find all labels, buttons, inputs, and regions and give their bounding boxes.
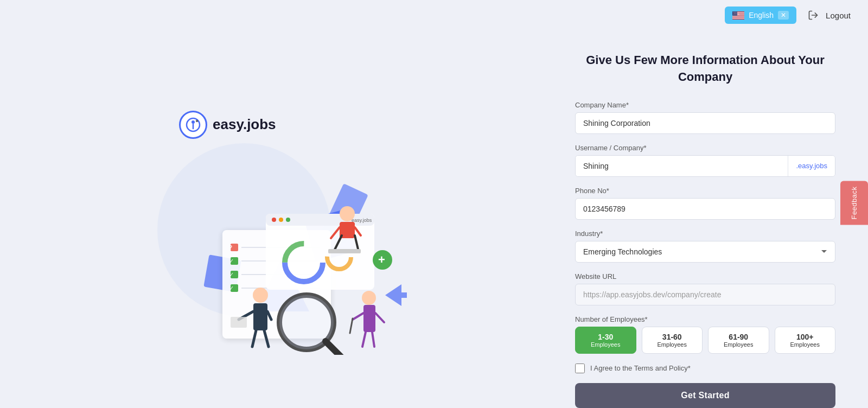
emp-label-3: Employees — [712, 341, 765, 348]
employees-100plus-button[interactable]: 100+ Employees — [775, 327, 836, 354]
username-suffix: .easy.jobs — [788, 156, 835, 176]
svg-line-61 — [350, 318, 353, 333]
flag-icon: ★★★★★★ ★★★★★ ★★★★★★ — [732, 11, 744, 20]
logo-icon — [179, 111, 207, 139]
terms-checkbox[interactable] — [575, 364, 585, 373]
main-layout: easy.jobs — [0, 30, 868, 408]
emp-range-3: 61-90 — [712, 333, 765, 341]
username-group: Username / Company* .easy.jobs — [575, 144, 835, 177]
illustration-side: easy.jobs — [0, 30, 542, 408]
svg-line-63 — [362, 332, 366, 347]
get-started-button[interactable]: Get Started — [575, 383, 835, 408]
illustration-container: easy.jobs — [136, 105, 407, 355]
emp-label-2: Employees — [646, 341, 699, 348]
phone-input[interactable] — [575, 198, 835, 220]
company-name-group: Company Name* — [575, 101, 835, 134]
svg-rect-4 — [732, 16, 744, 16]
svg-point-58 — [362, 291, 376, 305]
terms-text: I Agree to the Terms and Policy* — [590, 364, 691, 372]
emp-range-1: 1-30 — [579, 333, 633, 341]
emp-label-1: Employees — [579, 341, 633, 348]
website-label: Website URL — [575, 272, 835, 280]
form-side: Give Us Few More Information About Your … — [542, 30, 868, 408]
terms-row: I Agree to the Terms and Policy* — [575, 364, 835, 373]
svg-rect-52 — [253, 303, 267, 330]
feedback-button[interactable]: Feedback — [840, 181, 868, 225]
employees-options: 1-30 Employees 31-60 Employees 61-90 Emp… — [575, 327, 835, 354]
illustration-svg: ? ✓ ✓ ✓ — [136, 105, 407, 355]
svg-rect-54 — [231, 317, 247, 328]
lang-close-icon[interactable]: ✕ — [778, 11, 789, 20]
svg-rect-5 — [732, 17, 744, 17]
username-label: Username / Company* — [575, 144, 835, 152]
industry-label: Industry* — [575, 229, 835, 238]
svg-text:✓: ✓ — [229, 258, 234, 264]
emp-label-4: Employees — [778, 341, 832, 348]
svg-rect-48 — [328, 249, 361, 253]
svg-line-67 — [326, 341, 347, 355]
lang-label: English — [749, 11, 774, 20]
employees-31-60-button[interactable]: 31-60 Employees — [642, 327, 703, 354]
username-input[interactable] — [576, 156, 788, 176]
svg-point-16 — [196, 120, 197, 122]
svg-line-60 — [353, 313, 363, 320]
svg-point-51 — [253, 288, 268, 303]
industry-select[interactable]: Emerging Technologies Information Techno… — [575, 241, 835, 263]
website-group: Website URL — [575, 272, 835, 305]
employees-61-90-button[interactable]: 61-90 Employees — [708, 327, 769, 354]
phone-label: Phone No* — [575, 187, 835, 195]
logout-area[interactable]: Logout — [805, 7, 851, 23]
language-button[interactable]: ★★★★★★ ★★★★★ ★★★★★★ English ✕ — [725, 7, 796, 24]
svg-line-62 — [375, 313, 384, 322]
username-input-group: .easy.jobs — [575, 155, 835, 177]
form-card: Give Us Few More Information About Your … — [575, 52, 835, 408]
employees-group: Number of Employees* 1-30 Employees 31-6… — [575, 315, 835, 354]
emp-range-4: 100+ — [778, 333, 832, 341]
website-input[interactable] — [575, 284, 835, 305]
svg-text:✓: ✓ — [229, 285, 234, 291]
svg-rect-6 — [732, 18, 744, 18]
svg-point-44 — [340, 206, 355, 221]
svg-line-64 — [372, 332, 374, 347]
svg-text:easy.jobs: easy.jobs — [352, 218, 372, 223]
logo-text: easy.jobs — [213, 116, 276, 133]
company-name-input[interactable] — [575, 112, 835, 134]
header: ★★★★★★ ★★★★★ ★★★★★★ English ✕ Logout — [0, 0, 868, 30]
svg-point-37 — [272, 218, 276, 222]
employees-1-30-button[interactable]: 1-30 Employees — [575, 327, 636, 354]
svg-rect-59 — [363, 305, 375, 332]
svg-text:✓: ✓ — [229, 271, 234, 278]
svg-marker-70 — [385, 284, 407, 306]
company-name-label: Company Name* — [575, 101, 835, 109]
svg-point-13 — [192, 120, 195, 124]
feedback-wrapper: Feedback — [840, 181, 868, 227]
svg-text:?: ? — [229, 245, 232, 251]
svg-point-39 — [286, 218, 290, 222]
svg-text:+: + — [378, 253, 385, 266]
employees-label: Number of Employees* — [575, 315, 835, 323]
emp-range-2: 31-60 — [646, 333, 699, 341]
svg-point-38 — [279, 218, 283, 222]
logout-icon — [805, 7, 821, 23]
form-title: Give Us Few More Information About Your … — [575, 52, 835, 86]
logo-area: easy.jobs — [179, 111, 276, 139]
industry-group: Industry* Emerging Technologies Informat… — [575, 229, 835, 263]
logout-label[interactable]: Logout — [826, 11, 851, 20]
phone-group: Phone No* — [575, 187, 835, 220]
logo-svg — [185, 117, 201, 133]
